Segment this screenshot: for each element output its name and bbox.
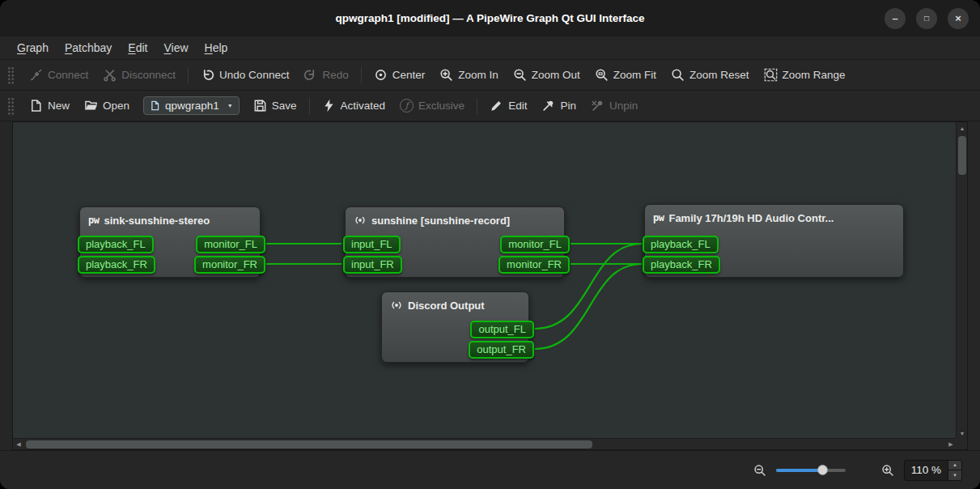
edit-label: Edit: [508, 100, 527, 112]
edit-toggle[interactable]: Edit: [482, 94, 534, 117]
node-sunshine[interactable]: sunshine [sunshine-record] input_FL moni…: [345, 206, 565, 278]
pin-icon: [541, 99, 555, 113]
zoom-range-button[interactable]: Zoom Range: [757, 63, 853, 87]
port-monitor-fl[interactable]: monitor_FL: [500, 236, 570, 253]
minimize-icon: –: [892, 13, 897, 23]
close-button[interactable]: ×: [948, 8, 969, 29]
scroll-up-arrow[interactable]: ▲: [957, 122, 968, 134]
minimize-button[interactable]: –: [885, 8, 906, 29]
pin-label: Pin: [560, 100, 576, 112]
zoom-range-label: Zoom Range: [783, 69, 846, 81]
port-row: output_FL: [382, 321, 528, 338]
disconnect-label: Disconnect: [121, 69, 176, 81]
node-header: pw sink-sunshine-stereo: [80, 207, 260, 231]
port-output-fl[interactable]: output_FL: [470, 321, 534, 338]
open-folder-icon: [84, 99, 98, 113]
toolbar-handle[interactable]: [7, 66, 15, 84]
lightning-icon: [322, 99, 336, 113]
zoom-slider-handle[interactable]: [817, 465, 828, 475]
unpin-label: Unpin: [609, 100, 638, 112]
zoom-in-button[interactable]: Zoom In: [432, 63, 506, 87]
status-bar: 110 % ▲ ▼: [0, 450, 980, 489]
vertical-scrollbar-thumb[interactable]: [958, 136, 966, 175]
port-output-fr[interactable]: output_FR: [469, 341, 534, 359]
new-label: New: [48, 100, 70, 112]
undo-connect-button[interactable]: Undo Connect: [193, 63, 296, 87]
menu-help[interactable]: Help: [197, 39, 235, 57]
ports: input_FL monitor_FL input_FR monitor_FR: [346, 231, 564, 274]
spin-down-arrow[interactable]: ▼: [948, 470, 961, 480]
node-sink-sunshine-stereo[interactable]: pw sink-sunshine-stereo playback_FL moni…: [79, 206, 261, 278]
activated-label: Activated: [341, 100, 386, 112]
title-bar[interactable]: qpwgraph1 [modified] — A PipeWire Graph …: [0, 0, 980, 36]
port-monitor-fr[interactable]: monitor_FR: [498, 256, 570, 274]
zoom-spinbox[interactable]: 110 % ▲ ▼: [904, 460, 962, 481]
menu-graph[interactable]: Graph: [10, 39, 56, 57]
menu-view[interactable]: View: [156, 39, 195, 57]
exclusive-toggle[interactable]: ƒ Exclusive: [392, 94, 472, 117]
save-button[interactable]: Save: [246, 94, 304, 117]
open-label: Open: [103, 100, 129, 112]
unpin-button[interactable]: Unpin: [583, 94, 645, 117]
port-row: input_FL monitor_FL: [346, 236, 564, 253]
zoom-out-label: Zoom Out: [532, 69, 580, 81]
menu-edit[interactable]: Edit: [121, 39, 155, 57]
patchbay-combo[interactable]: qpwgraph1 ▼: [143, 96, 240, 115]
port-input-fr[interactable]: input_FR: [343, 256, 402, 274]
exclusive-label: Exclusive: [418, 100, 465, 112]
activated-toggle[interactable]: Activated: [315, 94, 393, 117]
chevron-down-icon: ▼: [227, 103, 233, 108]
connect-button[interactable]: Connect: [22, 63, 95, 87]
center-button[interactable]: Center: [367, 63, 433, 87]
toolbar-handle[interactable]: [7, 97, 15, 115]
scroll-right-arrow[interactable]: ▶: [945, 439, 957, 450]
port-row: playback_FL: [645, 236, 903, 253]
port-input-fl[interactable]: input_FL: [343, 236, 401, 253]
node-family-hd-audio[interactable]: pw Family 17h/19h HD Audio Contr... play…: [644, 204, 904, 278]
undo-connect-label: Undo Connect: [219, 69, 289, 81]
open-button[interactable]: Open: [77, 94, 137, 117]
zoom-slider-fill: [776, 469, 822, 472]
zoom-fit-button[interactable]: Zoom Fit: [588, 63, 664, 87]
disconnect-button[interactable]: Disconnect: [95, 63, 183, 87]
port-playback-fl[interactable]: playback_FL: [78, 236, 154, 253]
app-window: qpwgraph1 [modified] — A PipeWire Graph …: [0, 0, 980, 489]
scroll-down-arrow[interactable]: ▼: [957, 427, 968, 439]
toolbar-edit: Connect Disconnect Undo Connect Redo Cen…: [0, 60, 980, 91]
vertical-scrollbar[interactable]: ▲ ▼: [956, 122, 967, 439]
graph-canvas[interactable]: pw sink-sunshine-stereo playback_FL moni…: [13, 122, 957, 439]
maximize-button[interactable]: □: [916, 8, 937, 29]
port-row: playback_FR: [645, 256, 903, 274]
pipewire-icon: pw: [653, 212, 664, 223]
port-row: input_FR monitor_FR: [346, 256, 564, 274]
toolbar-separator: [188, 67, 189, 83]
menu-patchbay[interactable]: Patchbay: [57, 39, 119, 57]
node-title: sunshine [sunshine-record]: [371, 215, 510, 227]
save-label: Save: [272, 100, 297, 112]
zoom-reset-button[interactable]: Zoom Reset: [664, 63, 757, 87]
port-playback-fr[interactable]: playback_FR: [78, 256, 155, 274]
speaker-icon: [354, 214, 367, 227]
patchbay-file-icon: [150, 100, 160, 111]
redo-button[interactable]: Redo: [296, 63, 355, 87]
node-title: Family 17h/19h HD Audio Contr...: [668, 212, 834, 224]
port-monitor-fr[interactable]: monitor_FR: [194, 256, 265, 274]
scroll-left-arrow[interactable]: ◀: [13, 439, 24, 450]
spin-up-arrow[interactable]: ▲: [948, 461, 961, 470]
zoom-out-button[interactable]: Zoom Out: [506, 63, 588, 87]
speaker-icon: [390, 299, 403, 312]
horizontal-scrollbar-thumb[interactable]: [26, 440, 592, 449]
port-playback-fl[interactable]: playback_FL: [643, 236, 719, 253]
port-playback-fr[interactable]: playback_FR: [643, 256, 720, 274]
node-discord-output[interactable]: Discord Output output_FL output_FR: [381, 291, 529, 363]
node-header: pw Family 17h/19h HD Audio Contr...: [645, 205, 903, 228]
port-monitor-fl[interactable]: monitor_FL: [196, 236, 265, 253]
pin-button[interactable]: Pin: [534, 94, 583, 117]
zoom-value[interactable]: 110 %: [905, 461, 948, 480]
new-button[interactable]: New: [22, 94, 77, 117]
port-row: playback_FL monitor_FL: [80, 236, 260, 253]
connect-icon: [29, 68, 43, 82]
horizontal-scrollbar[interactable]: ◀ ▶: [13, 438, 957, 449]
ports: output_FL output_FR: [382, 316, 528, 359]
zoom-slider[interactable]: [776, 469, 846, 472]
